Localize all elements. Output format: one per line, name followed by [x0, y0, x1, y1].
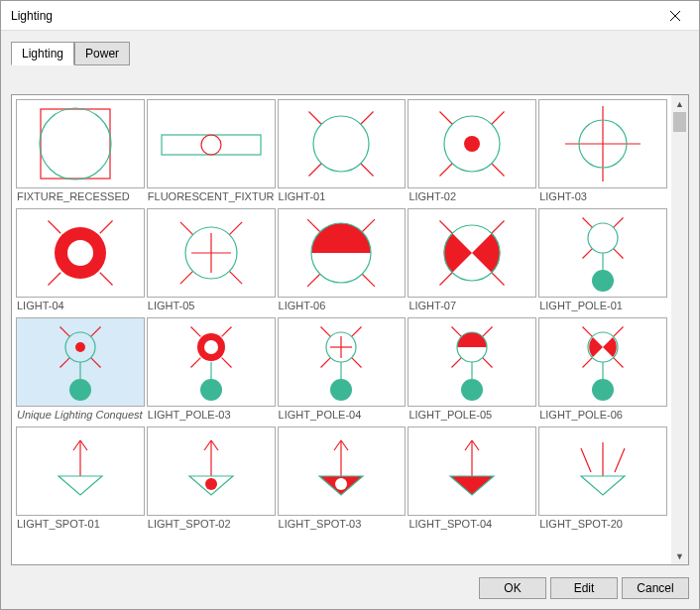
svg-line-77 — [452, 358, 462, 368]
svg-point-65 — [200, 379, 222, 401]
symbol-cell[interactable]: LIGHT-05 — [147, 208, 276, 315]
circle_cross-icon — [538, 99, 667, 188]
spot_tri_rays-icon — [538, 427, 667, 516]
symbol-label: LIGHT_SPOT-02 — [147, 516, 276, 534]
symbol-cell[interactable]: FLUORESCENT_FIXTUR — [147, 99, 276, 206]
symbol-cell[interactable]: LIGHT_POLE-01 — [538, 208, 667, 315]
fluorescent-icon — [147, 99, 276, 188]
spot_tri_fill_hole-icon — [278, 427, 407, 516]
symbol-cell[interactable]: LIGHT_POLE-04 — [278, 317, 407, 425]
pole_cross-icon — [278, 317, 407, 407]
svg-line-45 — [583, 249, 593, 259]
titlebar: Lighting — [1, 1, 699, 31]
svg-line-66 — [321, 326, 331, 336]
symbol-cell[interactable]: LIGHT-03 — [538, 99, 667, 206]
svg-line-95 — [211, 440, 218, 450]
pole_dot-icon — [16, 317, 145, 407]
svg-marker-106 — [450, 476, 494, 495]
svg-line-20 — [48, 220, 60, 233]
tab-lighting[interactable]: Lighting — [11, 42, 74, 65]
symbol-cell[interactable]: LIGHT_SPOT-02 — [147, 427, 276, 534]
symbol-cell[interactable]: LIGHT_POLE-03 — [147, 317, 276, 425]
scroll-up-arrow-icon[interactable]: ▲ — [671, 95, 688, 112]
symbol-cell[interactable]: LIGHT_SPOT-03 — [278, 427, 407, 534]
cancel-button[interactable]: Cancel — [622, 577, 689, 599]
symbol-label: LIGHT-03 — [538, 188, 667, 206]
spot_tri_fill-icon — [408, 427, 536, 516]
window-title: Lighting — [11, 9, 53, 23]
svg-point-55 — [75, 342, 85, 352]
bowtie-icon — [408, 208, 536, 298]
edit-button[interactable]: Edit — [550, 577, 618, 599]
svg-line-50 — [59, 326, 69, 336]
svg-point-102 — [335, 478, 347, 490]
symbol-label: Unique Lighting Conquest — [16, 407, 145, 425]
symbol-cell[interactable]: Unique Lighting Conquest — [16, 317, 145, 425]
symbol-cell[interactable]: FIXTURE_RECESSED — [16, 99, 145, 206]
svg-line-90 — [73, 440, 80, 450]
spot_tri-icon — [16, 427, 145, 516]
symbol-cell[interactable]: LIGHT_SPOT-20 — [538, 427, 667, 534]
svg-line-23 — [100, 273, 113, 286]
pole_bowtie-icon — [538, 317, 667, 407]
svg-line-61 — [221, 358, 231, 368]
vertical-scrollbar[interactable]: ▲ ▼ — [671, 95, 688, 564]
svg-line-41 — [492, 273, 505, 286]
symbol-cell[interactable]: LIGHT_SPOT-01 — [16, 427, 145, 534]
symbol-cell[interactable]: LIGHT-04 — [16, 208, 145, 315]
close-button[interactable] — [652, 2, 697, 30]
svg-line-53 — [90, 358, 100, 368]
symbol-label: LIGHT-05 — [147, 298, 276, 315]
svg-point-74 — [330, 379, 352, 401]
spot_tri_dot-icon — [147, 427, 276, 516]
symbol-label: LIGHT-02 — [408, 188, 536, 206]
symbol-label: LIGHT_POLE-01 — [538, 298, 667, 315]
symbol-cell[interactable]: LIGHT_POLE-06 — [538, 317, 667, 425]
symbol-label: FLUORESCENT_FIXTUR — [147, 188, 276, 206]
ok-button[interactable]: OK — [479, 577, 546, 599]
tab-power[interactable]: Power — [74, 42, 130, 65]
svg-line-39 — [492, 220, 505, 233]
svg-line-29 — [229, 271, 242, 284]
svg-line-84 — [583, 358, 593, 368]
svg-line-109 — [615, 448, 625, 472]
circle_x-icon — [278, 99, 407, 188]
svg-line-7 — [361, 111, 374, 124]
scroll-down-arrow-icon[interactable]: ▼ — [671, 548, 688, 564]
content-area: FIXTURE_RECESSEDFLUORESCENT_FIXTUR LIGHT… — [11, 64, 689, 565]
svg-line-6 — [309, 111, 322, 124]
symbol-cell[interactable]: LIGHT-06 — [278, 208, 407, 315]
scrollbar-thumb[interactable] — [673, 112, 686, 132]
svg-point-63 — [204, 340, 218, 354]
svg-line-46 — [614, 249, 624, 259]
symbol-cell[interactable]: LIGHT-07 — [408, 208, 536, 315]
symbol-cell[interactable]: LIGHT-02 — [408, 99, 536, 206]
symbol-label: LIGHT_SPOT-01 — [16, 516, 145, 534]
svg-line-36 — [363, 274, 376, 287]
symbol-label: LIGHT-06 — [278, 298, 407, 315]
svg-rect-2 — [41, 109, 110, 179]
tab-bar: Lighting Power — [1, 31, 699, 64]
circle_x_cross-icon — [147, 208, 276, 298]
button-label: Cancel — [637, 581, 673, 595]
symbol-label: LIGHT_SPOT-03 — [278, 516, 407, 534]
svg-line-91 — [80, 440, 87, 450]
svg-point-10 — [313, 116, 369, 172]
svg-point-16 — [464, 136, 480, 152]
symbol-cell[interactable]: LIGHT_SPOT-04 — [408, 427, 536, 534]
svg-line-40 — [440, 273, 453, 286]
svg-line-69 — [352, 358, 362, 368]
svg-line-9 — [361, 164, 374, 177]
pole_plain-icon — [538, 208, 667, 298]
svg-line-28 — [180, 271, 193, 284]
symbol-cell[interactable]: LIGHT-01 — [278, 99, 407, 206]
svg-line-13 — [440, 164, 453, 177]
svg-line-99 — [334, 440, 341, 450]
symbol-grid-scroll: FIXTURE_RECESSEDFLUORESCENT_FIXTUR LIGHT… — [12, 95, 671, 564]
svg-line-52 — [59, 358, 69, 368]
symbol-cell[interactable]: LIGHT_POLE-05 — [408, 317, 536, 425]
svg-line-83 — [614, 326, 624, 336]
svg-line-14 — [492, 164, 505, 177]
svg-line-82 — [583, 326, 593, 336]
svg-line-60 — [190, 358, 200, 368]
